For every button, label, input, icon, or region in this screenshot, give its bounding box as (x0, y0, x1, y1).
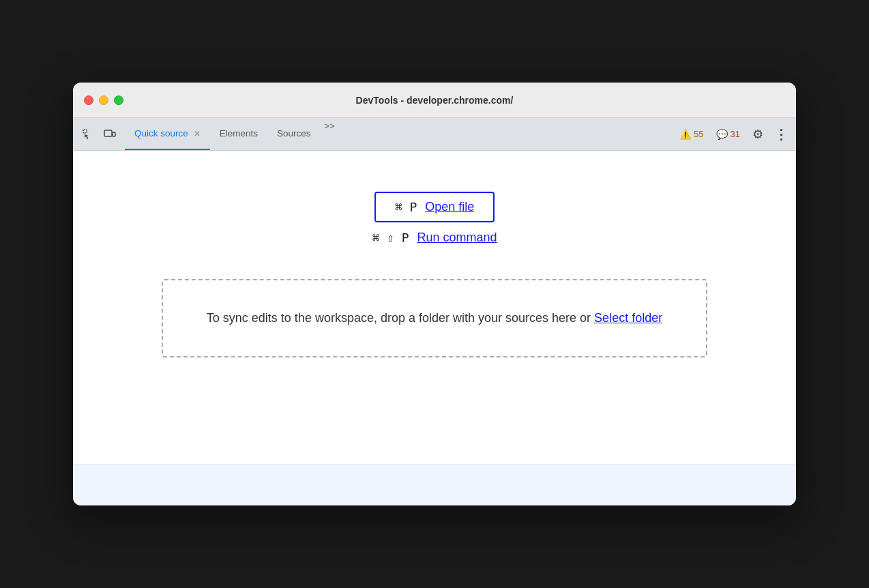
run-command-shortcut-key: ⌘ ⇧ P (372, 231, 409, 245)
warning-icon: ⚠️ (679, 129, 691, 140)
maximize-button[interactable] (114, 95, 123, 105)
open-file-link[interactable]: Open file (425, 200, 474, 214)
run-command-row: ⌘ ⇧ P Run command (372, 231, 497, 245)
more-tabs-button[interactable]: >> (321, 118, 339, 150)
bottom-strip (73, 465, 796, 505)
more-options-button[interactable]: ⋮ (771, 125, 791, 144)
run-command-link[interactable]: Run command (417, 231, 497, 245)
close-button[interactable] (84, 95, 93, 105)
tab-elements-label: Elements (220, 128, 258, 138)
traffic-lights (84, 95, 123, 105)
warning-count: 55 (694, 129, 703, 139)
select-folder-link[interactable]: Select folder (594, 311, 662, 325)
toolbar-left (78, 125, 119, 144)
tabs-container: Quick source ✕ Elements Sources >> (125, 118, 675, 150)
open-file-shortcut-box: ⌘ P Open file (374, 192, 495, 222)
more-options-icon: ⋮ (774, 126, 788, 143)
error-count: 31 (731, 129, 740, 139)
tab-bar: Quick source ✕ Elements Sources >> ⚠️ 55… (73, 118, 796, 151)
window-title: DevTools - developer.chrome.com/ (356, 95, 514, 106)
tab-close-icon[interactable]: ✕ (194, 130, 201, 138)
tab-quick-source-label: Quick source (134, 128, 188, 138)
toolbar-right: ⚠️ 55 💬 31 ⚙ ⋮ (675, 125, 791, 144)
svg-rect-2 (113, 132, 115, 136)
drop-zone[interactable]: To sync edits to the workspace, drop a f… (162, 279, 707, 357)
open-file-shortcut-key: ⌘ P (395, 200, 417, 214)
warning-badge[interactable]: ⚠️ 55 (675, 128, 707, 141)
tab-quick-source[interactable]: Quick source ✕ (125, 118, 210, 150)
title-bar: DevTools - developer.chrome.com/ (73, 83, 796, 118)
tab-sources-label: Sources (277, 128, 311, 138)
settings-icon: ⚙ (752, 127, 763, 142)
main-content: ⌘ P Open file ⌘ ⇧ P Run command To sync … (73, 151, 796, 465)
device-toggle-icon[interactable] (100, 125, 119, 144)
tab-sources[interactable]: Sources (267, 118, 321, 150)
drop-zone-text: To sync edits to the workspace, drop a f… (204, 308, 665, 329)
settings-button[interactable]: ⚙ (748, 125, 767, 144)
open-file-row: ⌘ P Open file (374, 192, 495, 222)
minimize-button[interactable] (99, 95, 108, 105)
svg-rect-0 (83, 130, 87, 133)
drop-zone-text-before: To sync edits to the workspace, drop a f… (207, 311, 591, 325)
error-badge[interactable]: 💬 31 (712, 128, 744, 141)
error-icon: 💬 (716, 129, 728, 140)
inspect-icon[interactable] (78, 125, 98, 144)
svg-rect-1 (104, 130, 112, 136)
devtools-window: DevTools - developer.chrome.com/ Qu (73, 83, 796, 505)
tab-elements[interactable]: Elements (210, 118, 267, 150)
